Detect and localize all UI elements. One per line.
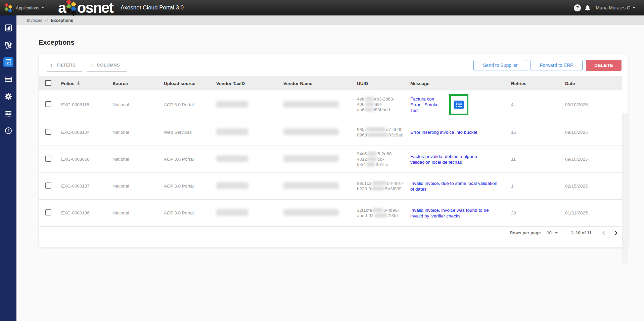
help-glyph: ? (576, 5, 579, 10)
previous-page-button[interactable] (602, 230, 605, 236)
sidebar-item-settings[interactable] (3, 91, 13, 102)
plus-icon: + (50, 62, 53, 68)
redacted-vendor-name (283, 155, 339, 162)
delete-button[interactable]: DELETE (586, 60, 622, 71)
help-icon[interactable]: ? (574, 4, 581, 11)
folio-cell: EXC-0000136 (61, 210, 112, 215)
table-header-row: FoliosSourceUpload sourceVendor TaxIDVen… (39, 76, 622, 90)
rows-per-page-select[interactable]: 10 (547, 230, 558, 235)
left-navigation-sidebar: ? (0, 15, 16, 321)
pagination-bar: Rows per page 10 1–10 of 11 (39, 226, 628, 239)
portal-title: Axosnet Cloud Portal 3.0 (121, 4, 184, 11)
notes-edit-icon (4, 41, 13, 49)
chevron-down-icon (41, 7, 44, 8)
vendor-taxid-cell (216, 128, 283, 136)
message-cell: Factura invalida, debibo a algunavalidac… (410, 154, 511, 165)
column-header-vendor-name[interactable]: Vendor Name (283, 81, 357, 86)
redacted-vendor-name (283, 128, 339, 135)
breadcrumb-separator: < (45, 18, 48, 23)
source-cell: National (112, 184, 164, 189)
sidebar-item-help[interactable]: ? (3, 126, 13, 136)
table-row: EXC-0008115NationalACP 3.0 Portal4ebab3-… (39, 90, 622, 119)
message-link[interactable]: Error inserting invoice into bucket (410, 129, 477, 135)
column-header-uuid[interactable]: UUID (357, 81, 410, 86)
pagination-range: 1–10 of 11 (571, 230, 592, 235)
row-checkbox[interactable] (45, 101, 51, 107)
row-checkbox[interactable] (45, 156, 51, 162)
retries-cell: 11 (511, 157, 565, 162)
folio-cell: EXC-0008115 (61, 102, 112, 107)
message-link[interactable]: Invalid invoice, invoice was found to be… (410, 207, 489, 219)
logo-text-prefix: a (58, 1, 65, 14)
chevron-down-icon (633, 7, 635, 8)
redacted-uuid-segment (368, 157, 377, 161)
folio-cell: EXC-0008068 (61, 157, 112, 162)
column-header-date[interactable]: Date (565, 81, 622, 86)
folio-cell: EXC-0000137 (61, 184, 112, 189)
redacted-vendor-taxid (216, 209, 248, 216)
redacted-uuid-segment (367, 152, 377, 156)
sidebar-item-invoices-active[interactable] (3, 57, 13, 67)
table-row: EXC-0008104NationalWeb Services93fad7-4b… (39, 119, 622, 146)
sidebar-item-payments[interactable] (3, 74, 13, 84)
notifications-bell-icon[interactable] (584, 4, 591, 11)
source-cell: National (112, 157, 164, 162)
redacted-vendor-taxid (216, 101, 248, 108)
sidebar-item-batches[interactable] (3, 109, 13, 119)
date-cell: 09/10/2025 (565, 157, 622, 162)
vendor-taxid-cell (216, 209, 283, 217)
column-header-vendor-taxid[interactable]: Vendor TaxID (216, 81, 283, 86)
message-link[interactable]: Factura conError - SmokeTest (410, 96, 439, 113)
breadcrumb-invoices-link[interactable]: Invoices (27, 18, 42, 23)
upload-source-cell: Web Services (164, 130, 216, 135)
exceptions-table: FoliosSourceUpload sourceVendor TaxIDVen… (39, 76, 628, 239)
page-title: Exceptions (39, 39, 75, 46)
next-page-button[interactable] (614, 230, 618, 236)
row-checkbox[interactable] (45, 183, 51, 189)
row-checkbox[interactable] (45, 209, 51, 215)
column-header-retries[interactable]: Retries (511, 81, 565, 86)
bar-chart-icon (4, 24, 13, 32)
message-link[interactable]: Factura invalida, debibo a algunavalidac… (410, 154, 477, 165)
columns-button[interactable]: + COLUMNS (87, 59, 127, 72)
redacted-uuid-segment (365, 97, 373, 101)
column-header-label: Source (112, 81, 128, 86)
vertical-scrollbar[interactable] (622, 113, 628, 263)
vendor-taxid-cell (216, 155, 283, 163)
upload-source-cell: ACP 3.0 Portal (164, 102, 216, 107)
axosnet-mark-icon (4, 3, 13, 12)
vendor-name-cell (283, 155, 357, 163)
retries-cell: 29 (511, 210, 565, 215)
chevron-down-icon (555, 232, 558, 234)
source-cell: National (112, 102, 164, 107)
select-all-checkbox[interactable] (45, 80, 51, 86)
date-cell: 01/31/2025 (565, 210, 622, 215)
uuid-cell: 93fad7-4b90-896d03c9ac (357, 127, 410, 138)
upload-source-cell: ACP 3.0 Portal (164, 184, 216, 189)
forward-to-erp-button[interactable]: Forward to ERP (531, 60, 583, 71)
filters-button[interactable]: + FILTERS (47, 59, 82, 72)
send-to-supplier-button[interactable]: Send to Supplier (473, 60, 527, 71)
column-header-upload-source[interactable]: Upload source (164, 81, 216, 86)
redacted-vendor-name (283, 182, 339, 189)
message-link[interactable]: Invalid invoice, due to some local valid… (410, 180, 497, 192)
user-menu-button[interactable]: Maria Morales C (596, 5, 635, 10)
sidebar-item-reports[interactable] (3, 40, 13, 50)
plus-icon: + (90, 62, 94, 68)
redacted-uuid-segment (365, 102, 374, 106)
message-cell: Invalid invoice, due to some local valid… (410, 180, 511, 192)
column-header-folios[interactable]: Folios (61, 81, 112, 86)
column-header-message[interactable]: Message (410, 81, 511, 86)
folio-cell: EXC-0008104 (61, 130, 112, 135)
retries-cell: 4 (511, 102, 565, 107)
rows-per-page-label: Rows per page (510, 230, 541, 235)
credit-card-icon (4, 75, 13, 84)
column-header-source[interactable]: Source (112, 81, 164, 86)
uuid-cell: 32f1bfe0-4b96-abdd-927f3fd (357, 208, 410, 218)
sidebar-item-dashboard[interactable] (3, 23, 13, 33)
highlighted-view-details-button[interactable] (449, 94, 468, 115)
row-checkbox[interactable] (45, 129, 51, 135)
applications-menu-button[interactable]: Applications (16, 5, 44, 10)
breadcrumb-current-page: Exceptions (51, 18, 73, 23)
gear-icon (4, 92, 13, 101)
